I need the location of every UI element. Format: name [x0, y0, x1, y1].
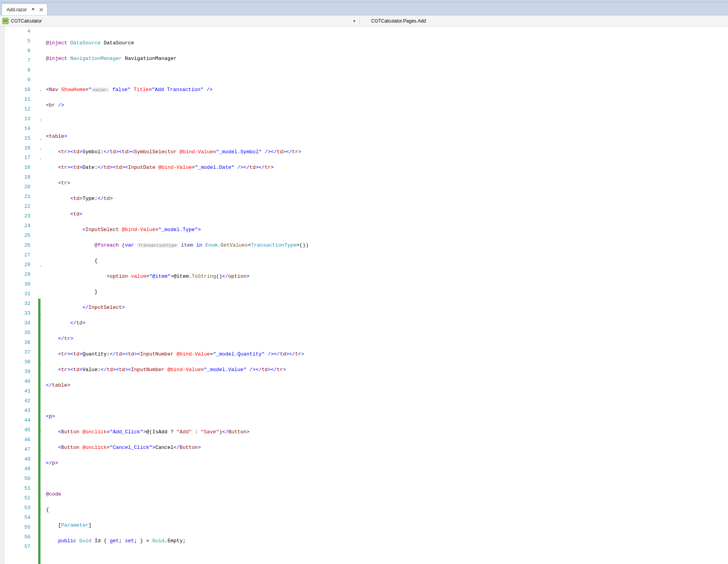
nav-type-dropdown[interactable]: C# CGTCalculator ▾: [0, 18, 360, 24]
code-area[interactable]: @inject DataSource DataSource @inject Na…: [45, 26, 728, 564]
code-line[interactable]: </p>: [46, 458, 728, 468]
code-line[interactable]: @foreach (var TransactionType item in En…: [46, 240, 728, 250]
code-line[interactable]: <tr><td>Date:</td><td><InputDate @bind-V…: [46, 163, 728, 172]
pin-icon[interactable]: [30, 7, 35, 12]
line-number: 46: [5, 435, 30, 445]
code-line[interactable]: <tr>: [46, 178, 728, 188]
fold-slot: ⌄: [38, 143, 45, 153]
code-line[interactable]: [46, 474, 728, 483]
code-line[interactable]: <td>: [46, 209, 728, 219]
line-number: 32: [5, 299, 30, 308]
code-line[interactable]: </td>: [46, 318, 728, 328]
fold-slot: [38, 250, 45, 260]
line-number: 49: [5, 464, 30, 474]
navigation-bar: C# CGTCalculator ▾ CGTCalculator.Pages.A…: [0, 15, 728, 26]
fold-slot: [38, 211, 45, 221]
chevron-down-icon[interactable]: ▾: [353, 18, 355, 24]
code-line[interactable]: </table>: [46, 380, 728, 390]
fold-slot: [38, 163, 45, 172]
nav-member-dropdown[interactable]: CGTCalculator.Pages.Add: [360, 18, 728, 24]
fold-slot: ⌄: [38, 153, 45, 163]
line-number: 47: [5, 445, 30, 454]
code-line[interactable]: <table>: [46, 131, 728, 141]
fold-slot: [38, 201, 45, 211]
line-number: 25: [5, 231, 30, 240]
code-line[interactable]: }: [46, 287, 728, 297]
fold-slot: [38, 270, 45, 279]
code-line[interactable]: {: [46, 505, 728, 515]
fold-slot: [38, 95, 45, 104]
line-number: 6: [5, 46, 30, 56]
code-line[interactable]: <tr><td>Value:</td><td><InputNumber @bin…: [46, 365, 728, 375]
code-line[interactable]: [Parameter]: [46, 520, 728, 530]
line-number: 26: [5, 240, 30, 250]
nav-member-label: CGTCalculator.Pages.Add: [371, 18, 426, 24]
fold-toggle-icon[interactable]: ⌄: [38, 260, 43, 270]
line-number: 10: [5, 85, 30, 95]
code-line[interactable]: <td>Type:</td>: [46, 194, 728, 203]
code-line[interactable]: <Button @onclick="Cancel_Click">Cancel</…: [46, 443, 728, 452]
code-line[interactable]: <Button @onclick="Add_Click">@(IsAdd ? "…: [46, 427, 728, 437]
line-number: 51: [5, 483, 30, 493]
fold-slot: [38, 289, 45, 299]
code-line[interactable]: [46, 552, 728, 561]
fold-toggle-icon[interactable]: ⌄: [38, 85, 43, 95]
fold-slot: [38, 192, 45, 201]
line-number: 14: [5, 124, 30, 133]
line-number: 27: [5, 250, 30, 260]
line-number: 52: [5, 493, 30, 503]
line-number: 50: [5, 474, 30, 483]
fold-toggle-icon[interactable]: ⌄: [38, 114, 43, 124]
code-line[interactable]: [46, 69, 728, 79]
fold-slot: [38, 221, 45, 231]
tab-strip: Add.razor: [0, 2, 728, 15]
line-number: 54: [5, 513, 30, 522]
line-number: 53: [5, 503, 30, 513]
line-number: 55: [5, 522, 30, 532]
fold-slot: [38, 172, 45, 182]
line-number: 44: [5, 415, 30, 425]
fold-toggle-icon[interactable]: ⌄: [38, 134, 43, 144]
code-line[interactable]: [46, 116, 728, 126]
code-line[interactable]: {: [46, 256, 728, 266]
fold-toggle-icon[interactable]: ⌄: [38, 144, 43, 153]
line-number: 16: [5, 143, 30, 153]
line-number: 34: [5, 318, 30, 328]
code-line[interactable]: <InputSelect @bind-Value="_model.Type">: [46, 225, 728, 235]
code-line[interactable]: <Nav ShowHome="value: false" Title="Add …: [46, 85, 728, 95]
line-number: 30: [5, 279, 30, 289]
code-line[interactable]: </tr>: [46, 334, 728, 343]
fold-slot: ⌄: [38, 260, 45, 270]
line-number: 43: [5, 406, 30, 415]
fold-slot: ⌄: [38, 85, 45, 95]
line-number: 4: [5, 26, 30, 36]
code-line[interactable]: @code: [46, 489, 728, 499]
tab-add-razor[interactable]: Add.razor: [2, 4, 47, 15]
line-number: 15: [5, 133, 30, 143]
line-number: 57: [5, 542, 30, 552]
code-line[interactable]: <tr><td>Quantity:</td><td><InputNumber @…: [46, 349, 728, 359]
change-indicator: [38, 299, 40, 564]
code-line[interactable]: <p>: [46, 412, 728, 421]
close-icon[interactable]: [39, 7, 44, 12]
fold-slot: [38, 36, 45, 46]
code-line[interactable]: @inject DataSource DataSource: [46, 38, 728, 48]
code-line[interactable]: [46, 396, 728, 406]
fold-toggle-icon[interactable]: ⌄: [38, 153, 43, 163]
line-number: 11: [5, 95, 30, 104]
line-number: 45: [5, 425, 30, 435]
fold-slot: [38, 75, 45, 85]
code-line[interactable]: public Guid Id { get; set; } = Guid.Empt…: [46, 536, 728, 546]
nav-type-label: CGTCalculator: [11, 18, 42, 24]
code-editor[interactable]: 4567891011121314151617181920212223242526…: [0, 26, 728, 564]
code-line[interactable]: @inject NavigationManager NavigationMana…: [46, 54, 728, 63]
line-number: 8: [5, 65, 30, 75]
fold-slot: [38, 240, 45, 250]
line-number: 36: [5, 338, 30, 347]
line-number: 17: [5, 153, 30, 163]
code-line[interactable]: <tr><td>Symbol:</td><td><SymbolSelector …: [46, 147, 728, 157]
code-line[interactable]: <option value="@item">@item.ToString()</…: [46, 271, 728, 281]
line-number: 5: [5, 36, 30, 46]
code-line[interactable]: <br />: [46, 100, 728, 110]
code-line[interactable]: </InputSelect>: [46, 303, 728, 312]
